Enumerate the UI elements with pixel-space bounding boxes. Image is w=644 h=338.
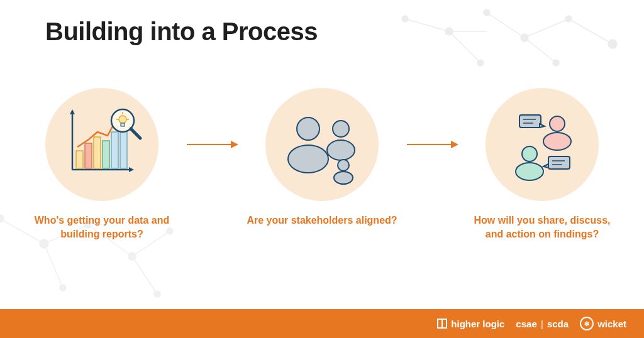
svg-point-27 xyxy=(154,291,160,297)
svg-line-3 xyxy=(525,19,569,38)
logo-text-csae: csae xyxy=(516,319,536,329)
page-title: Building into a Process xyxy=(45,18,318,46)
svg-rect-36 xyxy=(111,132,118,168)
svg-point-49 xyxy=(338,160,349,171)
logo-higher-logic: higher logic xyxy=(437,319,504,329)
svg-point-7 xyxy=(402,16,408,22)
process-step-2: Are your stakeholders aligned? xyxy=(240,88,404,227)
svg-line-44 xyxy=(131,129,140,138)
logo-wicket: ✻ wicket xyxy=(580,317,626,330)
svg-marker-54 xyxy=(540,124,545,128)
svg-line-18 xyxy=(44,244,63,288)
svg-rect-34 xyxy=(94,137,101,168)
network-decoration-top xyxy=(392,0,644,75)
svg-point-58 xyxy=(516,163,543,180)
wicket-icon: ✻ xyxy=(580,317,594,330)
svg-line-5 xyxy=(449,31,480,63)
svg-point-24 xyxy=(128,253,136,260)
svg-point-25 xyxy=(60,285,66,291)
process-step-3: How will you share, discuss, and action … xyxy=(460,88,624,242)
svg-point-14 xyxy=(553,60,559,66)
logo-csae-scda: csae | scda xyxy=(516,319,569,329)
step-circle-3 xyxy=(486,88,599,201)
logo-text-scda: scda xyxy=(547,319,569,329)
svg-point-48 xyxy=(327,140,355,160)
logo-text-wicket: wicket xyxy=(597,319,626,329)
svg-point-46 xyxy=(288,145,328,173)
svg-line-2 xyxy=(487,13,525,38)
step-circle-1 xyxy=(45,88,158,201)
people-group-icon xyxy=(278,104,366,185)
process-step-1: Who's getting your data and building rep… xyxy=(20,88,184,242)
svg-line-4 xyxy=(569,19,613,44)
svg-marker-31 xyxy=(129,167,134,172)
svg-point-13 xyxy=(477,60,484,66)
svg-rect-43 xyxy=(121,123,125,126)
svg-point-45 xyxy=(297,117,319,140)
svg-point-11 xyxy=(565,16,572,22)
svg-point-8 xyxy=(445,28,453,35)
svg-point-51 xyxy=(550,116,565,131)
svg-line-20 xyxy=(132,256,157,294)
step-label-3: How will you share, discuss, and action … xyxy=(467,214,618,242)
svg-marker-30 xyxy=(70,109,75,114)
step-label-1: Who's getting your data and building rep… xyxy=(26,214,177,242)
svg-marker-60 xyxy=(543,164,548,168)
svg-rect-33 xyxy=(85,143,92,168)
step-label-2: Are your stakeholders aligned? xyxy=(247,214,397,227)
footer-bar: higher logic csae | scda ✻ wicket xyxy=(0,309,644,338)
arrow-2 xyxy=(404,88,460,201)
svg-point-50 xyxy=(334,172,353,184)
logo-text-hl: higher logic xyxy=(451,319,504,329)
svg-point-57 xyxy=(522,146,537,161)
svg-point-12 xyxy=(608,40,617,48)
svg-rect-37 xyxy=(120,127,127,168)
higher-logic-icon xyxy=(437,319,447,329)
svg-rect-32 xyxy=(76,151,83,168)
chart-magnify-icon xyxy=(61,107,143,182)
svg-point-47 xyxy=(333,121,349,137)
step-circle-2 xyxy=(265,88,379,201)
arrow-1 xyxy=(184,88,240,201)
svg-point-10 xyxy=(521,34,528,41)
svg-point-9 xyxy=(484,9,490,16)
people-discuss-icon xyxy=(498,104,586,185)
svg-rect-35 xyxy=(103,141,109,168)
svg-rect-59 xyxy=(548,156,570,169)
svg-point-52 xyxy=(543,133,571,150)
logo-divider: | xyxy=(541,319,543,329)
svg-line-0 xyxy=(405,19,449,31)
svg-line-6 xyxy=(525,38,556,63)
svg-point-39 xyxy=(119,116,126,123)
svg-rect-53 xyxy=(519,115,541,128)
process-diagram: Who's getting your data and building rep… xyxy=(0,88,644,242)
